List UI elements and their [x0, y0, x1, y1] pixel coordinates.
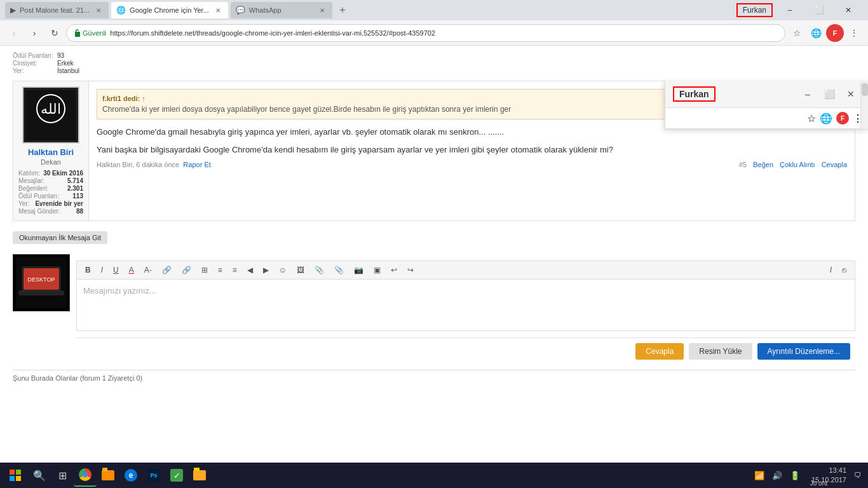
code-button[interactable]: I [827, 264, 835, 276]
italic-button[interactable]: I [98, 264, 106, 276]
composer-avatar: DESKTOP [13, 254, 70, 365]
tab1-close[interactable]: ✕ [93, 5, 104, 15]
minimize-button[interactable]: – [775, 0, 804, 20]
right-panel-title: Furkan – ⬜ ✕ [665, 81, 868, 108]
right-panel: Furkan – ⬜ ✕ ☆ 🌐 F ⋮ [665, 81, 868, 130]
scrollbar[interactable] [860, 81, 868, 129]
right-panel-profile-name: Furkan [673, 86, 715, 102]
tab-whatsapp[interactable]: 💬 WhatsApp ✕ [231, 2, 332, 18]
tab2-close[interactable]: ✕ [213, 5, 223, 15]
reply-actions: Cevapla Resim Yükle Ayrıntılı Düzenleme.… [76, 337, 855, 365]
rp-minimize-button[interactable]: – [798, 86, 817, 102]
taskbar-app-edge[interactable]: e [119, 464, 142, 487]
forward-button[interactable]: › [25, 24, 43, 42]
globe-ext-icon: 🌐 [820, 112, 832, 125]
post-text-line2: Yani başka bir bilgisayardaki Google Chr… [97, 144, 847, 156]
tab3-title: WhatsApp [249, 6, 281, 14]
profile-icon: F [836, 112, 849, 125]
reply-composer: DESKTOP B I U A A- [13, 254, 855, 365]
refresh-button[interactable]: ↻ [46, 24, 64, 42]
scroll-thumb [862, 83, 868, 96]
image-button[interactable]: 🖼 [294, 264, 308, 276]
taskbar-app-chrome[interactable] [74, 464, 97, 487]
rp-restore-button[interactable]: ⬜ [820, 86, 839, 102]
user-stats: Katılım:30 Ekim 2016 Mesajlar:5.714 Beğe… [18, 170, 83, 215]
close-button[interactable]: ✕ [834, 0, 863, 20]
redo-button[interactable]: ↪ [404, 264, 417, 276]
link-button[interactable]: 🔗 [159, 264, 175, 276]
back-button[interactable]: ‹ [5, 24, 23, 42]
video-button[interactable]: ▣ [370, 264, 384, 276]
font-color-button[interactable]: A [126, 264, 137, 276]
svg-text:DESKTOP: DESKTOP [28, 276, 55, 283]
taskbar-app-file-explorer[interactable] [97, 464, 119, 487]
advanced-edit-button[interactable]: Ayrıntılı Düzenleme... [757, 343, 851, 360]
post-author-name[interactable]: Halktan Biri [18, 147, 83, 157]
new-tab-button[interactable]: + [335, 3, 350, 18]
font-size-button[interactable]: A- [141, 264, 155, 276]
bottom-text: Şunu Burada Olanlar (forum 1 Ziyaretçi 0… [13, 374, 142, 382]
camera-button[interactable]: 📷 [351, 264, 367, 276]
taskbar-app-check[interactable]: ✓ [165, 464, 188, 487]
composer-area: B I U A A- 🔗 🔗 ⊞ ≡ ≡ ◀ [76, 254, 855, 365]
link2-button[interactable]: 🔗 [179, 264, 194, 276]
source-button[interactable]: ⎋ [839, 264, 850, 276]
notification-button[interactable]: 🗨 [850, 468, 865, 483]
svg-rect-9 [16, 476, 21, 481]
align-left-button[interactable]: ◀ [244, 264, 256, 276]
svg-rect-8 [10, 476, 15, 481]
svg-rect-5 [19, 291, 64, 295]
reply-post-button[interactable]: Cevapla [822, 161, 847, 168]
search-button[interactable]: 🔍 [28, 464, 51, 487]
more-button[interactable]: ⋮ [845, 24, 863, 42]
tray-battery-icon[interactable]: 🔋 [787, 468, 803, 483]
svg-rect-7 [16, 470, 21, 475]
maximize-button[interactable]: ⬜ [804, 0, 834, 20]
start-button[interactable] [3, 463, 28, 488]
tab3-close[interactable]: ✕ [317, 5, 327, 15]
tray-volume-icon[interactable]: 🔊 [770, 468, 785, 483]
multi-quote-button[interactable]: Çoklu Alıntı [780, 161, 815, 168]
tab-post-malone[interactable]: ▶ Post Malone feat. 21... ✕ [5, 2, 109, 18]
rp-close-button[interactable]: ✕ [841, 86, 860, 102]
like-button[interactable]: Beğen [753, 161, 773, 168]
report-link[interactable]: Rapor Et [183, 161, 210, 168]
tray-network-icon[interactable]: 📶 [752, 468, 767, 483]
task-view-button[interactable]: ⊞ [51, 464, 74, 487]
attach-button[interactable]: 📎 [311, 264, 327, 276]
reply-toolbar: B I U A A- 🔗 🔗 ⊞ ≡ ≡ ◀ [77, 261, 855, 280]
right-panel-search-bar: ☆ 🌐 F ⋮ [665, 108, 868, 129]
unread-link[interactable]: Okunmayan İlk Mesaja Git [13, 231, 107, 244]
address-bar[interactable]: Güvenli https://forum.shiftdelete.net/th… [66, 24, 785, 42]
top-user-stats: Ödül Puanları:93 Cinsiyet:Erkek Yer:İsta… [13, 52, 855, 74]
svg-text:الله: الله [41, 101, 61, 117]
tab-google-chrome[interactable]: 🌐 Google Chrome için Yer... ✕ [111, 2, 228, 18]
reply-text-area[interactable]: Mesajınızı yazınız... [77, 280, 855, 330]
reply-area: B I U A A- 🔗 🔗 ⊞ ≡ ≡ ◀ [76, 261, 855, 331]
emoji-button[interactable]: ☺ [276, 264, 290, 276]
list2-button[interactable]: ≡ [229, 264, 240, 276]
taskbar-app-folder[interactable] [188, 464, 211, 487]
underline-button[interactable]: U [110, 264, 122, 276]
url-text: https://forum.shiftdelete.net/threads/go… [110, 29, 435, 37]
profile-name-titlebar: Furkan [736, 3, 773, 17]
align-right-button[interactable]: ▶ [260, 264, 272, 276]
globe-icon[interactable]: 🌐 [807, 24, 825, 42]
media-button[interactable]: 📎 [331, 264, 347, 276]
bold-button[interactable]: B [82, 264, 94, 276]
bookmark-button[interactable]: ☆ [788, 24, 806, 42]
indent-button[interactable]: ⊞ [198, 264, 211, 276]
tab1-title: Post Malone feat. 21... [20, 6, 90, 14]
title-bar: ▶ Post Malone feat. 21... ✕ 🌐 Google Chr… [0, 0, 868, 20]
taskbar-app-photoshop[interactable]: Ps [142, 464, 165, 487]
profile-button[interactable]: F [826, 24, 844, 42]
cevapla-button[interactable]: Cevapla [635, 343, 684, 360]
taskbar: 🔍 ⊞ e Ps ✓ 📶 🔊 🔋 13:41 15.10.2017 🗨 Jo [0, 463, 868, 488]
system-tray: 📶 🔊 🔋 [747, 468, 808, 483]
tab1-favicon: ▶ [10, 6, 16, 15]
list1-button[interactable]: ≡ [215, 264, 226, 276]
resim-yukle-button[interactable]: Resim Yükle [689, 343, 752, 360]
tab3-favicon: 💬 [236, 6, 245, 15]
tab2-favicon: 🌐 [116, 6, 126, 15]
undo-button[interactable]: ↩ [388, 264, 400, 276]
